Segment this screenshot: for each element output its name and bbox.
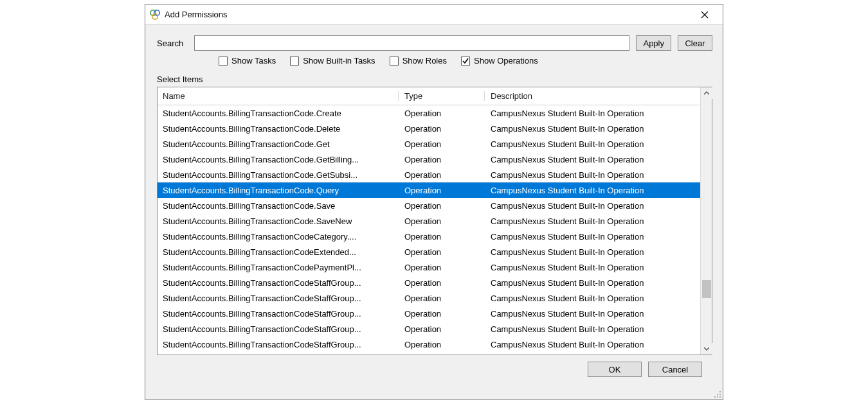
column-header-name[interactable]: Name [158,89,399,103]
cell-name: StudentAccounts.BillingTransactionCodePa… [158,263,399,272]
cell-name: StudentAccounts.BillingTransactionCodeSt… [158,294,399,303]
table-row[interactable]: StudentAccounts.BillingTransactionCode.S… [158,213,700,229]
table-row[interactable]: StudentAccounts.BillingTransactionCode.G… [158,152,700,167]
svg-point-5 [717,394,718,395]
checkbox-label: Show Roles [402,56,447,66]
checkbox-label: Show Built-in Tasks [303,56,375,66]
cell-name: StudentAccounts.BillingTransactionCode.C… [158,109,399,118]
table-row[interactable]: StudentAccounts.BillingTransactionCode.D… [158,121,700,136]
cell-description: CampusNexus Student Built-In Operation [485,186,700,195]
table-row[interactable]: StudentAccounts.BillingTransactionCodePa… [158,259,700,275]
cell-description: CampusNexus Student Built-In Operation [485,170,700,180]
table-row[interactable]: StudentAccounts.BillingTransactionCode.G… [158,136,700,152]
scrollbar-thumb[interactable] [702,280,711,298]
cell-description: CampusNexus Student Built-In Operation [485,324,700,334]
cell-type: Operation [399,340,485,349]
search-label: Search [157,39,188,48]
resize-grip[interactable] [714,391,721,398]
resize-grip-icon [714,391,721,398]
cell-name: StudentAccounts.BillingTransactionCode.D… [158,124,399,134]
apply-button[interactable]: Apply [636,35,671,51]
cell-type: Operation [399,247,485,257]
cell-name: StudentAccounts.BillingTransactionCode.G… [158,170,399,180]
cell-description: CampusNexus Student Built-In Operation [485,247,700,257]
cell-description: CampusNexus Student Built-In Operation [485,109,700,118]
cell-name: StudentAccounts.BillingTransactionCodeSt… [158,324,399,334]
search-row: Search Apply Clear [157,35,712,51]
cell-type: Operation [399,201,485,211]
cell-description: CampusNexus Student Built-In Operation [485,201,700,211]
cell-name: StudentAccounts.BillingTransactionCode.S… [158,201,399,211]
grid-header: Name Type Description [158,87,700,105]
checkbox-show-roles[interactable]: Show Roles [390,56,447,66]
select-items-label: Select Items [157,75,712,84]
checkbox-label: Show Tasks [231,56,276,66]
cell-type: Operation [399,155,485,164]
svg-point-3 [719,391,721,392]
cell-type: Operation [399,278,485,288]
table-row[interactable]: StudentAccounts.BillingTransactionCodeSt… [158,306,700,321]
close-button[interactable] [692,6,718,24]
cell-type: Operation [399,186,485,195]
table-row[interactable]: StudentAccounts.BillingTransactionCode.C… [158,105,700,121]
window-title: Add Permissions [165,10,228,19]
cell-description: CampusNexus Student Built-In Operation [485,294,700,303]
dialog-footer: OK Cancel [157,355,712,377]
cell-name: StudentAccounts.BillingTransactionCodeEx… [158,247,399,257]
svg-point-7 [717,396,718,398]
permissions-grid: Name Type Description StudentAccounts.Bi… [157,87,712,355]
cell-type: Operation [399,294,485,303]
cell-type: Operation [399,232,485,242]
checkbox-show-tasks[interactable]: Show Tasks [219,56,276,66]
checkbox-show-builtin-tasks[interactable]: Show Built-in Tasks [290,56,375,66]
table-row[interactable]: StudentAccounts.BillingTransactionCodeEx… [158,244,700,259]
cell-description: CampusNexus Student Built-In Operation [485,278,700,288]
column-header-type[interactable]: Type [399,89,485,103]
svg-point-6 [719,396,721,398]
search-input[interactable] [194,35,629,51]
cell-type: Operation [399,309,485,319]
cell-type: Operation [399,124,485,134]
cell-name: StudentAccounts.BillingTransactionCodeCa… [158,232,399,242]
chevron-up-icon [704,91,709,96]
scroll-up-button[interactable] [701,87,712,99]
table-row[interactable]: StudentAccounts.BillingTransactionCode.G… [158,167,700,182]
table-row[interactable]: StudentAccounts.BillingTransactionCodeSt… [158,275,700,290]
app-icon [149,9,161,21]
cell-description: CampusNexus Student Built-In Operation [485,124,700,134]
cell-type: Operation [399,263,485,272]
cell-description: CampusNexus Student Built-In Operation [485,340,700,349]
cell-name: StudentAccounts.BillingTransactionCode.S… [158,216,399,226]
cancel-button[interactable]: Cancel [648,362,702,377]
cell-name: StudentAccounts.BillingTransactionCode.Q… [158,186,399,195]
close-icon [701,11,709,19]
checkbox-show-operations[interactable]: Show Operations [461,56,538,66]
cell-description: CampusNexus Student Built-In Operation [485,263,700,272]
titlebar: Add Permissions [145,4,723,25]
clear-button[interactable]: Clear [678,35,712,51]
cell-type: Operation [399,109,485,118]
cell-name: StudentAccounts.BillingTransactionCode.G… [158,155,399,164]
table-row[interactable]: StudentAccounts.BillingTransactionCode.S… [158,198,700,213]
cell-description: CampusNexus Student Built-In Operation [485,232,700,242]
cell-description: CampusNexus Student Built-In Operation [485,139,700,149]
svg-point-4 [719,394,721,395]
svg-point-8 [714,396,716,398]
table-row[interactable]: StudentAccounts.BillingTransactionCodeSt… [158,337,700,352]
table-row[interactable]: StudentAccounts.BillingTransactionCodeCa… [158,229,700,244]
cell-type: Operation [399,139,485,149]
cell-type: Operation [399,216,485,226]
vertical-scrollbar[interactable] [700,87,712,355]
cell-name: StudentAccounts.BillingTransactionCodeSt… [158,309,399,319]
table-row[interactable]: StudentAccounts.BillingTransactionCodeSt… [158,321,700,337]
cell-name: StudentAccounts.BillingTransactionCode.G… [158,139,399,149]
table-row[interactable]: StudentAccounts.BillingTransactionCode.Q… [158,182,700,198]
table-row[interactable]: StudentAccounts.BillingTransactionCodeSt… [158,290,700,306]
filter-row: Show Tasks Show Built-in Tasks Show Role… [219,56,712,66]
scroll-down-button[interactable] [701,343,712,355]
column-header-description[interactable]: Description [485,89,700,103]
ok-button[interactable]: OK [588,362,642,377]
cell-description: CampusNexus Student Built-In Operation [485,216,700,226]
chevron-down-icon [704,346,709,351]
cell-type: Operation [399,324,485,334]
